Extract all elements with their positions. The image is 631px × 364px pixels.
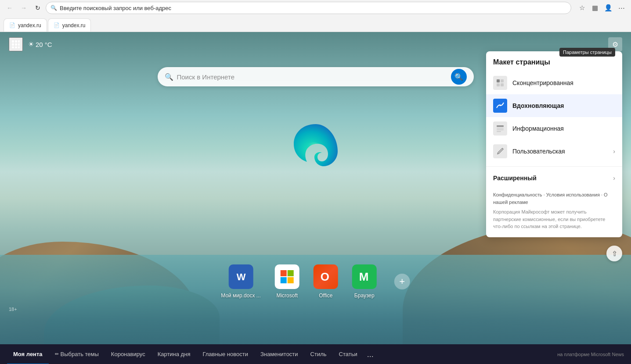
news-tab-style-label: Стиль	[310, 351, 327, 357]
favorite-button[interactable]: ☆	[576, 2, 588, 14]
news-tab-more[interactable]: ...	[364, 350, 377, 359]
svg-rect-12	[281, 277, 287, 283]
refresh-button[interactable]: ↻	[32, 2, 44, 14]
quick-link-word-icon: W	[229, 264, 253, 289]
tab-2-label: yandex.ru	[62, 22, 86, 29]
address-bar[interactable]: 🔍 Введите поисковый запрос или веб-адрес	[46, 2, 571, 14]
svg-rect-11	[288, 270, 294, 276]
news-tab-style[interactable]: Стиль	[304, 344, 333, 364]
scroll-up-button[interactable]: ⇧	[606, 246, 622, 261]
more-button[interactable]: ⋯	[615, 2, 627, 14]
panel-divider	[486, 166, 622, 167]
edge-logo	[289, 120, 342, 172]
browser-chrome: ← → ↻ 🔍 Введите поисковый запрос или веб…	[0, 0, 631, 32]
svg-rect-1	[15, 40, 17, 43]
age-badge: 18+	[9, 307, 17, 312]
layout-icon-informational	[493, 121, 507, 136]
tab-1[interactable]: 📄 yandex.ru	[4, 18, 47, 32]
layout-option-inspiring[interactable]: Вдохновляющая	[486, 94, 622, 117]
panel-title: Макет страницы	[486, 58, 622, 71]
layout-label-informational: Информационная	[512, 125, 564, 132]
svg-rect-8	[18, 46, 20, 48]
new-tab-page: ☀ 20 °C ⚙ 🔍 Поиск в Интернете 🔍	[0, 32, 631, 364]
layout-label-inspiring: Вдохновляющая	[512, 102, 564, 109]
quick-link-microsoft[interactable]: Microsoft	[275, 264, 299, 299]
apps-grid-button[interactable]	[9, 37, 23, 51]
layout-label-custom: Пользовательская	[512, 148, 565, 155]
address-search-icon: 🔍	[50, 5, 57, 11]
back-button[interactable]: ←	[4, 2, 16, 14]
svg-rect-6	[12, 46, 14, 48]
layout-icon-inspiring	[493, 99, 507, 113]
quick-link-browser-label: Браузер	[354, 293, 375, 299]
layout-option-custom[interactable]: Пользовательская ›	[486, 140, 622, 163]
layout-icon-focused	[493, 76, 507, 90]
news-tab-choose-topics[interactable]: ✏ Выбрать темы	[49, 344, 105, 364]
svg-text:W: W	[237, 271, 246, 282]
news-tab-my-feed-label: Моя лента	[13, 351, 43, 357]
top-bar: ☀ 20 °C ⚙	[9, 37, 622, 51]
tab-1-favicon: 📄	[9, 22, 15, 28]
news-tab-choose-topics-label: Выбрать темы	[61, 351, 99, 357]
quick-links: W Мой мир.docx ... Microsoft O	[221, 264, 410, 299]
panel-footer-desc: Корпорация Майкрософт может получить пар…	[493, 208, 615, 230]
news-tab-my-feed[interactable]: Моя лента	[7, 344, 49, 364]
panel-footer: Конфиденциальность · Условия использован…	[486, 186, 622, 230]
quick-link-office[interactable]: O Office	[314, 264, 338, 299]
expanded-option[interactable]: Расширенный ›	[486, 170, 622, 186]
add-quick-link-button[interactable]: +	[394, 274, 410, 289]
news-tab-celebs[interactable]: Знаменитости	[254, 344, 304, 364]
quick-link-microsoft-label: Microsoft	[276, 293, 298, 299]
forward-button[interactable]: →	[18, 2, 30, 14]
news-tab-articles[interactable]: Статьи	[333, 344, 364, 364]
expanded-arrow-icon: ›	[613, 175, 615, 182]
title-bar: ← → ↻ 🔍 Введите поисковый запрос или веб…	[0, 0, 631, 16]
news-tab-main[interactable]: Главные новости	[196, 344, 254, 364]
svg-rect-21	[497, 125, 504, 127]
search-placeholder: Поиск в Интернете	[177, 73, 447, 81]
tab-1-label: yandex.ru	[18, 22, 41, 29]
account-button[interactable]: 👤	[602, 2, 614, 14]
layout-option-focused[interactable]: Сконцентрированная	[486, 71, 622, 94]
svg-point-20	[499, 104, 501, 106]
svg-rect-22	[497, 128, 504, 128]
panel-footer-links: Конфиденциальность · Условия использован…	[493, 191, 615, 206]
search-box[interactable]: 🔍 Поиск в Интернете 🔍	[158, 67, 474, 86]
svg-rect-5	[18, 43, 20, 46]
toolbar-icons: ☆ ▦ 👤 ⋯	[576, 2, 627, 14]
svg-text:O: O	[321, 270, 329, 283]
custom-arrow-icon: ›	[613, 148, 615, 155]
ms-news-label: на платформе Microsoft News	[557, 352, 624, 357]
weather-widget: ☀ 20 °C	[28, 40, 52, 48]
tab-2[interactable]: 📄 yandex.ru	[48, 18, 91, 32]
layout-icon-custom	[493, 144, 507, 158]
svg-rect-10	[281, 270, 287, 276]
weather-temp: 20 °C	[36, 41, 52, 48]
svg-rect-7	[15, 46, 17, 48]
quick-link-word[interactable]: W Мой мир.docx ...	[221, 264, 261, 299]
quick-link-office-label: Office	[319, 293, 332, 299]
svg-text:M: M	[359, 270, 369, 283]
expanded-label: Расширенный	[493, 175, 537, 182]
svg-rect-17	[501, 79, 504, 82]
svg-rect-2	[18, 40, 20, 43]
svg-rect-13	[288, 277, 294, 283]
search-submit-button[interactable]: 🔍	[451, 69, 467, 85]
search-icon: 🔍	[165, 73, 173, 81]
news-tab-articles-label: Статьи	[339, 351, 357, 357]
layout-label-focused: Сконцентрированная	[512, 79, 573, 86]
quick-link-browser[interactable]: M Браузер	[352, 264, 377, 299]
collections-button[interactable]: ▦	[589, 2, 601, 14]
svg-rect-23	[497, 129, 504, 130]
address-text: Введите поисковый запрос или веб-адрес	[60, 5, 566, 11]
news-tab-covid[interactable]: Коронавирус	[105, 344, 151, 364]
news-tab-day[interactable]: Картина дня	[151, 344, 197, 364]
tabs-bar: 📄 yandex.ru 📄 yandex.ru	[0, 16, 631, 32]
layout-option-informational[interactable]: Информационная	[486, 117, 622, 140]
svg-rect-16	[497, 79, 500, 82]
svg-rect-24	[497, 131, 501, 132]
weather-icon: ☀	[28, 40, 34, 48]
quick-link-microsoft-icon	[275, 264, 299, 289]
svg-rect-3	[12, 43, 14, 46]
svg-rect-18	[497, 83, 500, 86]
